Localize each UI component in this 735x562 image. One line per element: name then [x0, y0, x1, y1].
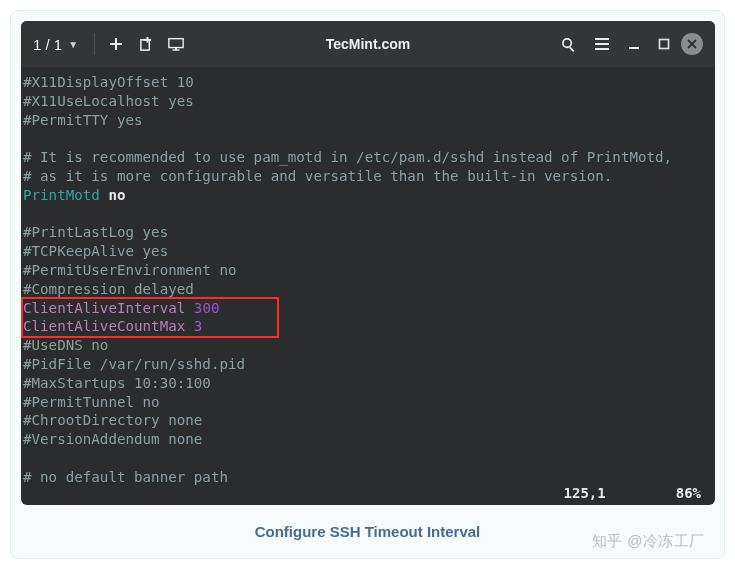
chevron-down-icon: ▼	[68, 39, 78, 50]
figure-card: 1 / 1 ▼ TecMint.com	[10, 10, 725, 559]
editor-line: #PermitTTY yes	[23, 111, 713, 130]
editor-line: # no default banner path	[23, 468, 713, 487]
editor-line: ClientAliveCountMax 3	[23, 317, 713, 336]
svg-point-8	[562, 38, 570, 46]
scroll-percent: 86%	[676, 485, 701, 501]
editor-line: #PidFile /var/run/sshd.pid	[23, 355, 713, 374]
close-button[interactable]	[681, 33, 703, 55]
editor-line: #PermitTunnel no	[23, 393, 713, 412]
plus-icon	[109, 37, 123, 51]
editor-line: #VersionAddendum none	[23, 430, 713, 449]
editor-line	[23, 449, 713, 468]
new-window-button[interactable]	[131, 29, 161, 59]
right-controls	[553, 29, 703, 59]
menu-button[interactable]	[587, 29, 617, 59]
editor-line: #UseDNS no	[23, 336, 713, 355]
new-tab-button[interactable]	[101, 29, 131, 59]
editor-line: #PermitUserEnvironment no	[23, 261, 713, 280]
editor-line	[23, 205, 713, 224]
editor-line: #X11UseLocalhost yes	[23, 92, 713, 111]
minimize-button[interactable]	[621, 31, 647, 57]
svg-rect-13	[629, 47, 639, 49]
svg-rect-11	[595, 43, 609, 45]
tab-counter-text: 1 / 1	[33, 36, 62, 53]
terminal-window: 1 / 1 ▼ TecMint.com	[21, 21, 715, 505]
svg-rect-9	[569, 46, 574, 51]
new-window-icon	[139, 37, 154, 52]
tab-counter[interactable]: 1 / 1 ▼	[33, 36, 88, 53]
divider	[94, 33, 95, 55]
broadcast-icon	[168, 37, 184, 51]
search-button[interactable]	[553, 29, 583, 59]
titlebar: 1 / 1 ▼ TecMint.com	[21, 21, 715, 67]
watermark: 知乎 @冷冻工厂	[592, 532, 705, 551]
broadcast-button[interactable]	[161, 29, 191, 59]
editor-line: # It is recommended to use pam_motd in /…	[23, 148, 713, 167]
svg-rect-1	[110, 43, 122, 45]
vim-status-bar: 125,1 86%	[21, 485, 715, 505]
svg-rect-12	[595, 48, 609, 50]
svg-rect-10	[595, 38, 609, 40]
svg-rect-4	[143, 38, 151, 40]
editor-line	[23, 129, 713, 148]
editor-viewport[interactable]: #X11DisplayOffset 10#X11UseLocalhost yes…	[21, 67, 715, 487]
maximize-button[interactable]	[651, 31, 677, 57]
editor-line: PrintMotd no	[23, 186, 713, 205]
editor-line: #Compression delayed	[23, 280, 713, 299]
maximize-icon	[658, 38, 670, 50]
hamburger-icon	[595, 38, 609, 50]
svg-rect-5	[169, 39, 183, 48]
minimize-icon	[628, 38, 640, 50]
editor-line: #ChrootDirectory none	[23, 411, 713, 430]
svg-rect-7	[173, 49, 180, 50]
cursor-position: 125,1	[564, 485, 606, 501]
search-icon	[561, 37, 576, 52]
close-icon	[687, 39, 697, 49]
editor-line: #TCPKeepAlive yes	[23, 242, 713, 261]
svg-rect-14	[660, 40, 669, 49]
editor-line: #X11DisplayOffset 10	[23, 73, 713, 92]
editor-line: #MaxStartups 10:30:100	[23, 374, 713, 393]
editor-line: # as it is more configurable and versati…	[23, 167, 713, 186]
editor-line: #PrintLastLog yes	[23, 223, 713, 242]
editor-line: ClientAliveInterval 300	[23, 299, 713, 318]
